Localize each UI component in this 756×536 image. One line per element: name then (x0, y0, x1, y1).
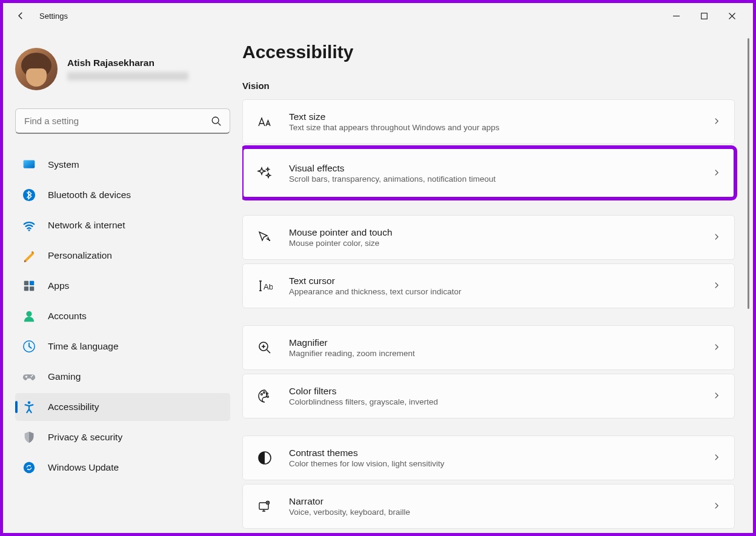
color-filters-icon (256, 388, 273, 405)
sidebar-item-label: Network & internet (48, 220, 125, 231)
contrast-themes-icon (256, 449, 273, 466)
chevron-right-icon (712, 453, 722, 463)
accessibility-icon (22, 400, 36, 414)
sidebar-item-gaming[interactable]: Gaming (15, 363, 230, 391)
sidebar-item-bluetooth[interactable]: Bluetooth & devices (15, 181, 230, 209)
sidebar-item-privacy[interactable]: Privacy & security (15, 423, 230, 451)
sidebar-item-label: Accounts (48, 311, 87, 322)
card-title: Mouse pointer and touch (289, 227, 712, 238)
card-color-filters[interactable]: Color filtersColorblindness filters, gra… (242, 374, 735, 419)
sidebar-item-label: Apps (48, 280, 69, 291)
title-bar: Settings (3, 3, 753, 28)
svg-point-4 (23, 189, 35, 201)
card-title: Visual effects (289, 163, 712, 174)
card-description: Magnifier reading, zoom increment (289, 349, 712, 358)
chevron-right-icon (712, 391, 722, 401)
section-header-vision: Vision (242, 81, 735, 91)
card-text-cursor[interactable]: AbText cursorAppearance and thickness, t… (242, 263, 735, 308)
maximize-button[interactable] (690, 7, 718, 25)
minimize-button[interactable] (662, 7, 690, 25)
narrator-icon (256, 498, 273, 515)
sidebar-item-personalization[interactable]: Personalization (15, 242, 230, 270)
text-size-icon (256, 113, 273, 130)
svg-point-19 (264, 392, 265, 394)
card-mouse-pointer[interactable]: Mouse pointer and touchMouse pointer col… (242, 215, 735, 260)
svg-point-18 (261, 394, 263, 395)
sidebar-item-label: Time & language (48, 341, 119, 352)
user-block[interactable]: Atish Rajasekharan (15, 36, 230, 98)
sidebar-item-accessibility[interactable]: Accessibility (15, 393, 230, 421)
magnifier-icon (256, 339, 273, 356)
svg-point-12 (31, 376, 32, 377)
card-title: Contrast themes (289, 448, 712, 458)
card-visual-effects[interactable]: Visual effectsScroll bars, transparency,… (242, 148, 735, 198)
card-contrast-themes[interactable]: Contrast themesColor themes for low visi… (242, 435, 735, 480)
chevron-right-icon (712, 233, 722, 242)
chevron-right-icon (712, 343, 722, 352)
personalization-icon (22, 249, 36, 262)
svg-rect-7 (30, 281, 34, 285)
time-icon (22, 340, 36, 353)
sidebar-item-accounts[interactable]: Accounts (15, 302, 230, 330)
card-description: Mouse pointer color, size (289, 239, 712, 248)
svg-text:Ab: Ab (264, 282, 273, 291)
sidebar-item-time[interactable]: Time & language (15, 333, 230, 360)
svg-rect-6 (24, 281, 28, 285)
chevron-right-icon (712, 117, 722, 127)
chevron-right-icon (712, 168, 722, 178)
svg-point-1 (212, 117, 219, 124)
sidebar-item-label: Accessibility (48, 402, 99, 412)
sidebar-item-apps[interactable]: Apps (15, 272, 230, 300)
main-content: Accessibility Vision Text sizeText size … (242, 28, 753, 533)
card-description: Colorblindness filters, grayscale, inver… (289, 397, 712, 406)
card-description: Appearance and thickness, text cursor in… (289, 287, 712, 296)
search-input[interactable] (15, 108, 230, 134)
svg-point-21 (267, 396, 269, 398)
chevron-right-icon (712, 501, 722, 511)
svg-point-13 (31, 375, 33, 376)
accounts-icon (22, 309, 36, 323)
search-icon (211, 116, 222, 127)
network-icon (22, 219, 36, 232)
chevron-right-icon (712, 281, 722, 291)
sidebar-item-system[interactable]: System (15, 151, 230, 179)
svg-point-14 (28, 401, 31, 404)
card-title: Magnifier (289, 337, 712, 348)
bluetooth-icon (22, 188, 36, 202)
svg-point-15 (24, 462, 35, 473)
card-description: Text size that appears throughout Window… (289, 123, 712, 132)
card-text-size[interactable]: Text sizeText size that appears througho… (242, 99, 735, 144)
card-title: Color filters (289, 386, 712, 397)
privacy-icon (22, 431, 36, 444)
search-box (15, 108, 230, 134)
sidebar-item-label: Gaming (48, 371, 81, 382)
scrollbar[interactable] (748, 38, 749, 309)
app-title: Settings (39, 12, 68, 21)
mouse-pointer-icon (256, 229, 273, 246)
sidebar-item-label: Privacy & security (48, 432, 122, 443)
card-description: Scroll bars, transparency, animations, n… (289, 174, 712, 184)
back-button[interactable] (14, 9, 27, 22)
card-title: Text size (289, 111, 712, 122)
window-controls (662, 7, 746, 25)
update-icon (22, 461, 36, 474)
card-title: Text cursor (289, 276, 712, 286)
gaming-icon (22, 370, 36, 383)
svg-point-5 (28, 230, 30, 231)
card-narrator[interactable]: NarratorVoice, verbosity, keyboard, brai… (242, 484, 735, 529)
text-cursor-icon: Ab (256, 277, 273, 294)
card-description: Voice, verbosity, keyboard, braille (289, 508, 712, 517)
sidebar-item-network[interactable]: Network & internet (15, 211, 230, 239)
sidebar-item-label: Bluetooth & devices (48, 190, 131, 200)
sidebar: Atish Rajasekharan SystemBluetooth & dev… (3, 28, 242, 533)
sidebar-item-update[interactable]: Windows Update (15, 454, 230, 481)
sidebar-item-label: Windows Update (48, 462, 119, 473)
svg-rect-8 (24, 286, 28, 291)
sidebar-item-label: System (48, 159, 79, 170)
system-icon (22, 158, 36, 171)
card-magnifier[interactable]: MagnifierMagnifier reading, zoom increme… (242, 325, 735, 370)
svg-point-10 (26, 311, 31, 317)
sidebar-item-label: Personalization (48, 250, 112, 261)
svg-rect-9 (30, 286, 34, 291)
close-button[interactable] (718, 7, 746, 25)
